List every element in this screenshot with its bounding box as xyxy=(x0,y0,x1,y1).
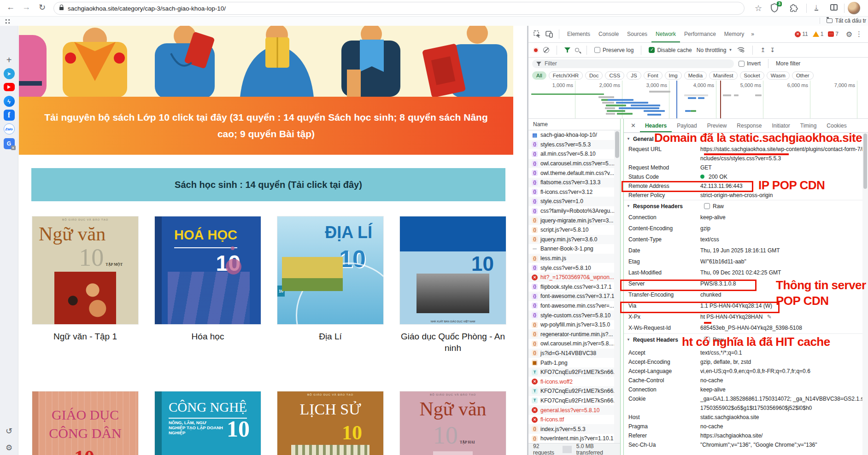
network-request-row[interactable]: general.less?ver=5.8.10 xyxy=(528,405,614,415)
throttling-dropdown[interactable]: No throttling▼ xyxy=(697,47,733,53)
network-request-row[interactable]: regenerator-runtime.min.js?... xyxy=(528,329,614,339)
book-cover[interactable]: GIÁO DỤC CÔNG DÂN 10 xyxy=(32,391,138,455)
more-tabs-icon[interactable]: » xyxy=(751,31,754,37)
filter-chip[interactable]: Manifest xyxy=(709,71,737,80)
devtools-settings-icon[interactable]: ⚙ xyxy=(846,30,852,39)
network-request-row[interactable]: script.js?ver=5.8.10 xyxy=(528,225,614,235)
youtube-icon[interactable] xyxy=(4,83,15,91)
filter-chip[interactable]: Doc xyxy=(585,71,603,80)
network-request-row[interactable]: styles.css?ver=5.5.3 xyxy=(528,140,614,150)
network-request-row[interactable]: flatsome.css?ver=3.13.3 xyxy=(528,178,614,187)
network-request-row[interactable]: all.min.css?ver=5.8.10 xyxy=(528,149,614,159)
headers-tab[interactable]: Preview xyxy=(702,119,732,132)
network-request-row[interactable]: style.css?ver=1.0 xyxy=(528,197,614,206)
network-overview-timeline[interactable]: 1,000 ms2,000 ms3,000 ms4,000 ms5,000 ms… xyxy=(528,81,868,119)
book-item[interactable]: BỘ GIÁO DỤC VÀ ĐÀO TẠO Ngữ văn 10TẬP HAI xyxy=(400,391,506,455)
extensions-icon[interactable] xyxy=(790,4,798,14)
headers-tab[interactable]: Headers xyxy=(640,119,672,132)
device-toolbar-icon[interactable] xyxy=(544,29,554,39)
book-cover[interactable]: 10 BỘ GIÁO DỤC VÀ ĐÀO TẠO LỊCH SỬ 10 xyxy=(277,391,383,455)
book-item[interactable]: GIÁO DỤC CÔNG DÂN 10 xyxy=(32,391,138,455)
request-list-scrollbar[interactable] xyxy=(614,130,620,443)
network-request-row[interactable]: sach-giao-khoa-lop-10/ xyxy=(528,130,614,140)
book-item[interactable]: BỘ GIÁO DỤC VÀ ĐÀO TẠO Ngữ văn 10TẬP MỘT… xyxy=(32,216,138,342)
network-request-row[interactable]: hit?_=1750356970&_wpnon... xyxy=(528,273,614,282)
network-request-row[interactable]: flipbook.style.css?ver=3.17.1 xyxy=(528,282,614,292)
network-request-row[interactable]: owl.carousel.min.css?ver=5.... xyxy=(528,159,614,169)
filter-chip[interactable]: Fetch/XHR xyxy=(549,71,583,80)
devtools-tab[interactable]: Elements xyxy=(563,26,594,42)
add-icon[interactable]: + xyxy=(4,54,15,65)
translate-icon[interactable]: Gx xyxy=(4,138,15,149)
history-icon[interactable]: ↺ xyxy=(4,426,15,437)
import-har-icon[interactable]: ↥ xyxy=(760,47,765,53)
reload-icon[interactable]: ↻ xyxy=(39,2,46,12)
devtools-menu-icon[interactable]: ⋮ xyxy=(856,30,862,38)
invert-checkbox[interactable]: Invert xyxy=(739,60,761,67)
book-item[interactable]: 10 ĐỊA LÍ 10 Địa Lí xyxy=(277,216,383,342)
devtools-tab[interactable]: Network xyxy=(651,26,680,42)
headers-tab[interactable]: Initiator xyxy=(767,119,795,132)
book-cover[interactable]: HOÁ HỌC 10 xyxy=(155,216,261,324)
bookmark-star-icon[interactable]: ☆ xyxy=(755,3,762,13)
raw-checkbox[interactable]: Raw xyxy=(704,203,724,210)
devtools-tab[interactable]: Performance xyxy=(680,26,720,42)
split-screen-icon[interactable] xyxy=(830,4,838,11)
filter-chip[interactable]: Font xyxy=(644,71,663,80)
search-icon[interactable] xyxy=(575,48,579,52)
network-conditions-icon[interactable] xyxy=(737,46,745,54)
inspect-element-icon[interactable] xyxy=(532,29,542,39)
devtools-tab[interactable]: Memory xyxy=(720,26,748,42)
book-item[interactable]: HOÁ HỌC 10 Hóa học xyxy=(155,216,261,342)
preserve-log-checkbox[interactable]: Preserve log xyxy=(594,47,633,53)
facebook-icon[interactable]: f xyxy=(4,110,15,121)
error-count-badge[interactable]: ✕11 xyxy=(795,31,808,37)
clear-icon[interactable] xyxy=(543,47,549,53)
settings-gear-icon[interactable]: ⚙ xyxy=(4,442,15,453)
network-request-row[interactable]: less.min.js xyxy=(528,254,614,263)
telegram-icon[interactable]: ➤ xyxy=(4,68,15,79)
filter-chip[interactable]: Img xyxy=(665,71,682,80)
back-icon[interactable]: ← xyxy=(6,2,15,12)
more-filters-button[interactable]: More filter xyxy=(776,60,800,67)
filter-chip[interactable]: CSS xyxy=(605,71,624,80)
network-request-row[interactable]: Banner-Book-3-1.png xyxy=(528,244,614,254)
export-har-icon[interactable]: ↧ xyxy=(770,47,775,53)
headers-tab[interactable]: Cookies xyxy=(821,119,851,132)
book-cover[interactable]: BỘ GIÁO DỤC VÀ ĐÀO TẠO Ngữ văn 10TẬP MỘT xyxy=(32,216,138,324)
network-request-row[interactable]: hoverIntent.min.js?ver=1.10.1 xyxy=(528,434,614,443)
devtools-tab[interactable]: Sources xyxy=(623,26,651,42)
book-cover[interactable]: Giáo dục QUỐC PHÒNG - AN NINH 10 NHÀ XUẤ… xyxy=(400,216,506,324)
filter-icon[interactable] xyxy=(564,47,570,52)
name-column-header[interactable]: Name xyxy=(528,119,620,130)
book-item[interactable]: Giáo dục QUỐC PHÒNG - AN NINH 10 NHÀ XUẤ… xyxy=(400,216,506,354)
filter-chip[interactable]: JS xyxy=(627,71,641,80)
network-request-row[interactable]: font-awesome.css?ver=3.17.1 xyxy=(528,292,614,301)
response-headers-header[interactable]: ▼ Response Headers Raw xyxy=(624,200,868,212)
network-request-row[interactable]: KFO7CnqEu92Fr1ME7kSn66... xyxy=(528,396,614,406)
downloads-icon[interactable]: ↓ xyxy=(815,3,818,11)
forward-icon[interactable]: → xyxy=(22,2,30,12)
apps-grid-icon[interactable] xyxy=(5,18,11,24)
book-caption[interactable]: Ngữ văn - Tập 1 xyxy=(32,331,138,342)
warning-count-badge[interactable]: 1 xyxy=(813,31,824,37)
filter-chip[interactable]: Socket xyxy=(740,71,764,80)
headers-tab[interactable]: Response xyxy=(732,119,767,132)
all-bookmarks-label[interactable]: Tất cả dấu tr xyxy=(835,18,866,24)
network-request-row[interactable]: style.css?ver=5.8.10 xyxy=(528,263,614,273)
messenger-icon[interactable]: ϟ xyxy=(4,96,15,107)
close-icon[interactable]: ✕ xyxy=(627,122,640,129)
filter-input[interactable]: Filter xyxy=(532,59,734,68)
book-cover[interactable]: 10 ĐỊA LÍ 10 xyxy=(277,216,383,324)
network-request-row[interactable]: fl-icons.ttf xyxy=(528,415,614,425)
profile-avatar[interactable] xyxy=(848,2,860,14)
book-cover[interactable]: BỘ GIÁO DỤC VÀ ĐÀO TẠO Ngữ văn 10TẬP HAI xyxy=(400,391,506,455)
network-request-row[interactable]: KFO7CnqEu92Fr1ME7kSn66... xyxy=(528,368,614,377)
book-item[interactable]: 10 BỘ GIÁO DỤC VÀ ĐÀO TẠO LỊCH SỬ 10 xyxy=(277,391,383,455)
network-request-row[interactable]: owl.carousel.min.js?ver=5.8.... xyxy=(528,339,614,349)
adblock-shield-icon[interactable]: 3 xyxy=(770,3,779,14)
network-request-row[interactable]: owl.theme.default.min.css?v... xyxy=(528,168,614,178)
issues-count-badge[interactable]: ⋯7 xyxy=(828,31,839,37)
network-request-row[interactable]: wp-polyfill.min.js?ver=3.15.0 xyxy=(528,320,614,330)
filter-chip[interactable]: Wasm xyxy=(767,71,790,80)
